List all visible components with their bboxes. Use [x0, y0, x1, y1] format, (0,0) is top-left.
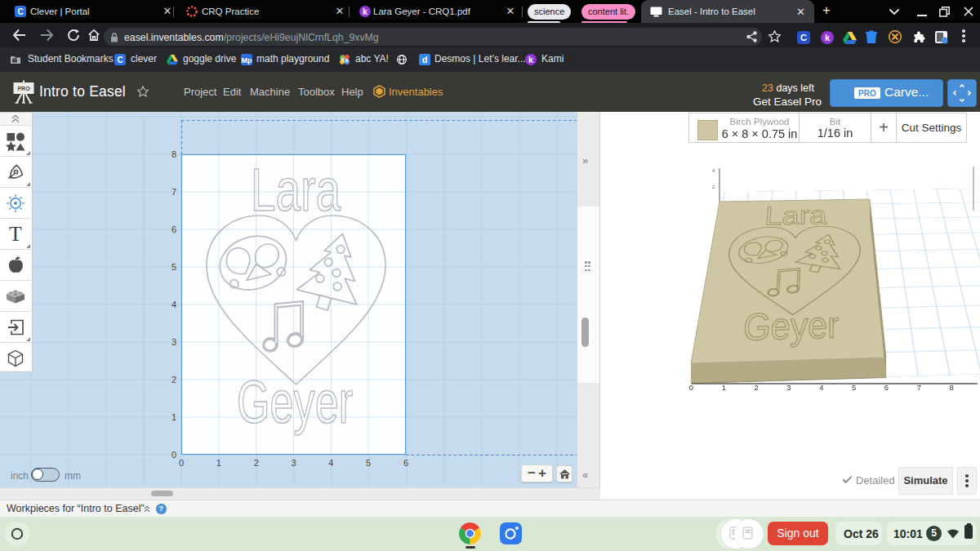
svg-text:6: 6 [884, 383, 889, 392]
svg-text:4: 4 [172, 300, 176, 309]
svg-text:3: 3 [291, 458, 296, 468]
svg-text:Mp: Mp [242, 56, 252, 64]
svg-text:5: 5 [366, 458, 371, 468]
svg-text:C: C [117, 56, 122, 64]
svg-text:3: 3 [786, 383, 791, 392]
svg-text:6: 6 [403, 458, 408, 468]
svg-text:C: C [17, 7, 23, 16]
svg-text:d: d [422, 55, 428, 64]
svg-text:6: 6 [172, 224, 176, 234]
svg-text:2: 2 [712, 184, 715, 189]
svg-text:k: k [363, 7, 368, 16]
svg-text:8: 8 [949, 383, 953, 392]
svg-text:3: 3 [172, 337, 176, 347]
svg-text:C: C [800, 33, 807, 42]
svg-text:k: k [825, 33, 831, 42]
svg-text:0: 0 [689, 383, 693, 392]
svg-text:Ya: Ya [341, 56, 350, 64]
svg-text:0: 0 [172, 450, 176, 460]
svg-text:4: 4 [712, 168, 715, 173]
svg-text:5: 5 [852, 383, 856, 392]
svg-text:0: 0 [179, 458, 184, 468]
svg-text:2: 2 [254, 458, 259, 468]
svg-text:1: 1 [172, 412, 176, 422]
svg-text:7: 7 [172, 187, 176, 197]
svg-text:k: k [528, 55, 533, 64]
svg-text:5: 5 [172, 262, 176, 272]
svg-text:1: 1 [722, 383, 726, 392]
svg-text:1: 1 [216, 458, 221, 468]
svg-text:2: 2 [172, 375, 176, 384]
svg-text:2: 2 [755, 383, 759, 392]
svg-text:PRO: PRO [17, 86, 30, 91]
svg-text:7: 7 [917, 383, 921, 392]
svg-text:4: 4 [819, 383, 823, 392]
svg-text:8: 8 [172, 149, 176, 159]
svg-text:4: 4 [328, 458, 333, 468]
